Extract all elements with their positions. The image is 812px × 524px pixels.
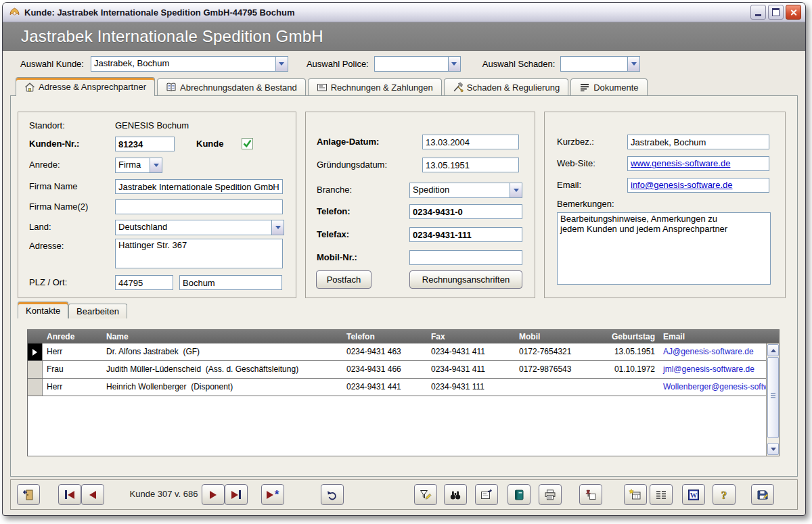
address-book-icon (512, 488, 526, 502)
kurzbez-input[interactable] (627, 135, 769, 149)
print-button[interactable] (539, 484, 562, 505)
kunde-select[interactable]: Jastrabek, Bochum (91, 56, 288, 72)
chevron-down-icon[interactable] (271, 220, 284, 235)
auswahl-kunde-label: Auswahl Kunde: (20, 59, 84, 69)
website-link[interactable]: www.genesis-software.de (627, 156, 769, 171)
table-scrollbar[interactable] (766, 343, 779, 456)
table-row[interactable]: Herr Heinrich Wollenberger (Disponent) 0… (28, 379, 767, 396)
anrede-select[interactable]: Firma (115, 158, 162, 173)
ort-input[interactable] (179, 275, 282, 290)
subtab-bearbeiten[interactable]: Bearbeiten (68, 304, 127, 318)
tab-dokumente[interactable]: Dokumente (570, 78, 647, 95)
new-record-button[interactable]: * (261, 484, 284, 505)
adresse-textarea[interactable]: Hattinger Str. 367 (115, 239, 283, 268)
app-window: Kunde: Jastrabek Internationale Speditio… (2, 2, 806, 516)
filter-button[interactable] (414, 484, 437, 505)
address-book-button[interactable] (508, 484, 531, 505)
help-button[interactable]: ? (713, 484, 736, 505)
scroll-thumb[interactable] (767, 357, 779, 438)
kunde-label: Kunde (196, 139, 223, 149)
address-groupbox: Standort: GENESIS Bochum Kunden-Nr.: Kun… (18, 112, 296, 298)
adresse-tab-page: Standort: GENESIS Bochum Kunden-Nr.: Kun… (10, 95, 798, 477)
chevron-down-icon[interactable] (275, 57, 288, 71)
save-floppy-icon (756, 488, 769, 502)
kundennr-label: Kunden-Nr.: (29, 139, 79, 149)
question-mark-icon: ? (717, 488, 731, 502)
row-selector[interactable] (28, 343, 43, 360)
telefax-input[interactable] (409, 227, 522, 242)
maximize-button[interactable] (768, 5, 784, 20)
undo-button[interactable] (321, 484, 344, 505)
export-form-button[interactable] (475, 484, 498, 505)
email-link[interactable]: info@genesis-software.de (627, 178, 769, 193)
new-table-button[interactable] (624, 484, 647, 505)
record-counter-label: Kunde 307 v. 686 (118, 489, 210, 499)
firma-name2-input[interactable] (115, 199, 283, 214)
kundennr-input[interactable] (115, 137, 175, 151)
land-select[interactable]: Deutschland (115, 220, 284, 235)
firma-name2-label: Firma Name(2) (29, 201, 88, 212)
telefax-label: Telefax: (317, 229, 349, 239)
row-selector[interactable] (28, 361, 43, 378)
postfach-button[interactable]: Postfach (316, 270, 371, 289)
schaden-select[interactable] (560, 56, 640, 72)
mobil-label: Mobil-Nr.: (317, 252, 357, 262)
next-record-button[interactable] (202, 484, 225, 505)
scroll-down-button[interactable] (767, 443, 779, 455)
app-icon (9, 7, 20, 18)
branche-select[interactable]: Spedition (409, 183, 522, 198)
exit-button[interactable] (17, 484, 40, 505)
branche-label: Branche: (317, 185, 352, 195)
police-select[interactable] (374, 56, 461, 72)
chevron-down-icon[interactable] (510, 183, 522, 197)
word-export-button[interactable]: W (682, 484, 705, 505)
standort-label: Standort: (29, 120, 65, 130)
auswahl-schaden-label: Auswahl Schaden: (482, 59, 556, 69)
attach-note-button[interactable] (579, 484, 602, 505)
asterisk-icon: * (275, 492, 279, 498)
rechnungsanschriften-button[interactable]: Rechnungsanschriften (409, 270, 522, 289)
tab-rechnungen-zahlungen[interactable]: Rechnungen & Zahlungen (308, 78, 442, 95)
table-row[interactable]: Herr Dr. Alfons Jastrabek (GF) 0234-9431… (28, 343, 767, 361)
record-toolbar: Kunde 307 v. 686 * (10, 479, 798, 510)
plz-input[interactable] (115, 275, 173, 290)
anlage-datum-input[interactable] (422, 135, 519, 149)
tab-abrechnungsdaten-bestand[interactable]: Abrechnungsdaten & Bestand (157, 78, 306, 95)
chevron-down-icon[interactable] (150, 158, 162, 172)
find-button[interactable] (444, 484, 467, 505)
close-icon (790, 9, 797, 16)
telefon-label: Telefon: (317, 206, 351, 216)
firma-name-input[interactable] (115, 179, 283, 194)
minimize-button[interactable] (750, 5, 766, 20)
row-arrow-icon (32, 349, 37, 356)
chevron-down-icon[interactable] (627, 57, 639, 71)
land-label: Land: (29, 222, 51, 232)
undo-arrow-icon (325, 488, 339, 502)
column-view-button[interactable] (650, 484, 673, 505)
standort-value: GENESIS Bochum (115, 120, 189, 130)
stammdaten-groupbox: Anlage-Datum: Gründungsdatum: Branche: S… (305, 112, 535, 298)
chevron-down-icon[interactable] (448, 57, 460, 71)
tools-icon (453, 82, 464, 93)
word-icon: W (687, 488, 700, 502)
tab-schaden-regulierung[interactable]: Schaden & Regulierung (444, 78, 568, 95)
row-selector[interactable] (28, 379, 43, 396)
telefon-input[interactable] (409, 204, 522, 219)
save-button[interactable] (751, 484, 774, 505)
bemerkungen-textarea[interactable]: Bearbeitungshinweise, Anmerkungen zu jed… (557, 212, 771, 285)
scroll-up-button[interactable] (767, 344, 779, 356)
tab-adresse-ansprechpartner[interactable]: Adresse & Ansprechpartner (16, 77, 155, 96)
prev-record-button[interactable] (81, 484, 104, 505)
contacts-table-header: Anrede Name Telefon Fax Mobil Geburtstag… (28, 330, 779, 343)
last-record-button[interactable] (225, 484, 248, 505)
main-tabstrip: Adresse & Ansprechpartner Abrechnungsdat… (3, 77, 805, 95)
table-row[interactable]: Frau Judith Müller-Lüdenscheid (Ass. d. … (28, 361, 767, 379)
subtab-kontakte[interactable]: Kontakte (18, 302, 68, 318)
close-button[interactable] (786, 5, 801, 20)
kunde-checkbox[interactable] (242, 138, 253, 149)
mobil-input[interactable] (409, 250, 522, 265)
selector-row: Auswahl Kunde: Jastrabek, Bochum Auswahl… (3, 51, 805, 77)
first-record-button[interactable] (58, 484, 81, 505)
filter-icon (419, 488, 432, 502)
gruendungsdatum-input[interactable] (422, 158, 519, 172)
